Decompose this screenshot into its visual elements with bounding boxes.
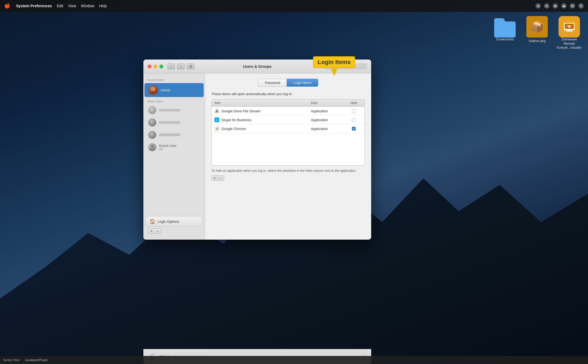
menubar-icon-2[interactable]: A [544, 3, 549, 9]
svg-point-6 [150, 91, 157, 95]
grid-button[interactable]: ⊞ [187, 64, 194, 69]
skype-kind: Application [311, 118, 346, 122]
window-title: Users & Groups [243, 64, 272, 69]
desktop-icon-dameware[interactable]: Dameware Remote Everyth...Installer [556, 16, 583, 50]
forward-button[interactable]: › [177, 64, 185, 69]
login-items-description: These items will open automatically when… [211, 92, 365, 96]
tab-login-items[interactable]: Login Items [287, 79, 318, 87]
traffic-lights [148, 65, 163, 68]
skype-hide [346, 118, 362, 122]
desktop-icon-screenshots[interactable]: Screenshots [492, 16, 518, 50]
menubar-icon-3[interactable]: ■ [553, 3, 558, 9]
sophos-label: Sophos.pkg [529, 39, 545, 43]
gdrive-hide [346, 109, 362, 113]
col-header-kind: Kind [311, 101, 346, 105]
house-icon: 🏠 [150, 218, 155, 224]
login-items-table: Item Kind Hide [211, 99, 365, 166]
menubar-right-icons: ● A ■ ◆ M 5 [535, 3, 584, 9]
sidebar-other-user-1[interactable] [144, 105, 204, 116]
sidebar-guest-user[interactable]: Guest User Off [144, 142, 204, 153]
maximize-button[interactable] [159, 65, 163, 68]
users-groups-window: ‹ › ⊞ Users & Groups 🔍 Current User [143, 60, 371, 240]
sidebar-other-user-3[interactable] [144, 129, 204, 140]
menubar-icon-1[interactable]: ● [535, 3, 541, 9]
col-header-hide: Hide [346, 101, 362, 105]
svg-rect-3 [566, 31, 573, 32]
dameware-icon [559, 16, 580, 38]
add-user-button[interactable]: + [148, 228, 155, 234]
desktop-icons-area: Screenshots 📦 Sophos.pkg Dameware Remote… [492, 16, 583, 50]
guest-user-status: Off [159, 148, 177, 151]
status-bar: Screen Shot JavaAppletPlugin. [0, 356, 588, 364]
menubar-edit[interactable]: Edit [57, 4, 63, 8]
window-content: Current User Admin Other Users [143, 73, 371, 240]
minimize-button[interactable] [154, 65, 157, 68]
other-users-label: Other Users [143, 98, 205, 104]
admin-avatar [148, 85, 158, 95]
sidebar-other-user-2[interactable] [144, 117, 204, 128]
chrome-icon [214, 126, 219, 131]
other-avatar-3 [148, 131, 156, 139]
callout-arrow [331, 69, 337, 76]
skype-hide-checkbox[interactable] [352, 118, 356, 122]
status-item-2: JavaAppletPlugin. [25, 358, 49, 362]
sidebar-admin-user[interactable]: Admin [144, 83, 204, 97]
skype-icon: S [214, 117, 219, 122]
svg-point-7 [151, 87, 155, 91]
admin-name: Admin [161, 88, 170, 92]
other-avatar-2 [148, 118, 156, 127]
gdrive-hide-checkbox[interactable] [352, 109, 356, 113]
tabs-row: Password Login Items [211, 79, 365, 87]
table-row-skype[interactable]: S Skype for Business Application [212, 116, 364, 124]
close-button[interactable] [148, 65, 151, 68]
dameware-label: Dameware Remote Everyth...Installer [556, 38, 583, 50]
users-sidebar: Current User Admin Other Users [143, 73, 205, 240]
gdrive-item: Google Drive File Stream [214, 109, 311, 113]
chrome-kind: Application [311, 127, 346, 131]
skype-name: Skype for Business [221, 118, 251, 122]
table-header: Item Kind Hide [212, 99, 364, 107]
remove-item-button[interactable]: – [218, 175, 224, 181]
menubar-window[interactable]: Window [81, 4, 94, 8]
menubar: 🍎 System Preferences Edit View Window He… [0, 0, 588, 12]
svg-point-20 [216, 128, 217, 129]
login-options-label: Login Options [158, 220, 179, 224]
menubar-icon-4[interactable]: ◆ [561, 3, 567, 9]
menubar-icon-6[interactable]: 5 [578, 3, 584, 9]
skype-item: S Skype for Business [214, 117, 311, 122]
svg-point-8 [151, 144, 154, 148]
table-empty-space [212, 133, 364, 165]
status-item-1: Screen Shot [3, 358, 20, 362]
menubar-help[interactable]: Help [99, 4, 107, 8]
table-row-gdrive[interactable]: Google Drive File Stream Application [212, 107, 364, 116]
tab-password[interactable]: Password [258, 79, 287, 87]
gdrive-name: Google Drive File Stream [221, 109, 260, 113]
svg-text:S: S [216, 119, 217, 121]
gdrive-kind: Application [311, 109, 346, 113]
chrome-hide [346, 127, 362, 131]
add-item-button[interactable]: + [211, 175, 218, 181]
menubar-view[interactable]: View [68, 4, 76, 8]
menubar-app-name[interactable]: System Preferences [16, 4, 52, 8]
table-row-chrome[interactable]: Google Chrome Application [212, 124, 364, 133]
svg-point-9 [150, 148, 155, 151]
table-actions: + – [211, 175, 365, 181]
gdrive-icon [214, 109, 219, 113]
sidebar-add-remove: + – [144, 227, 204, 235]
remove-user-button[interactable]: – [155, 228, 161, 234]
desktop-icon-sophos[interactable]: 📦 Sophos.pkg [524, 16, 550, 50]
screenshots-label: Screenshots [496, 38, 514, 42]
login-options-button[interactable]: 🏠 Login Options [146, 216, 203, 227]
menubar-icon-5[interactable]: M [570, 3, 575, 9]
apple-logo-icon[interactable]: 🍎 [4, 3, 10, 9]
guest-avatar [148, 143, 156, 151]
other-user-3-name [159, 133, 180, 136]
hint-text: To hide an application when you log in, … [211, 168, 365, 173]
other-user-1-name [159, 109, 180, 112]
current-user-label: Current User [143, 76, 205, 83]
chrome-item: Google Chrome [214, 126, 311, 131]
back-button[interactable]: ‹ [168, 64, 175, 69]
chrome-hide-checkbox[interactable] [352, 127, 356, 131]
other-avatar-1 [148, 106, 156, 114]
main-content: Password Login Items These items will op… [205, 73, 371, 240]
